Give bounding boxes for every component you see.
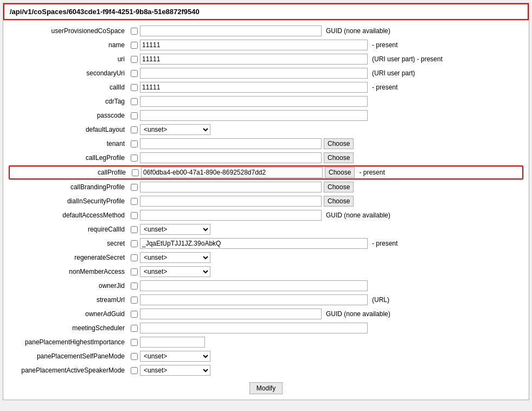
input-cell-requireCallId: <unset> <box>140 224 523 235</box>
input-panePlacementHighestImportance[interactable] <box>140 337 205 348</box>
input-cell-callId: - present <box>140 82 523 93</box>
checkbox-uri[interactable] <box>131 56 138 63</box>
checkbox-defaultLayout[interactable] <box>131 126 138 133</box>
checkbox-meetingScheduler[interactable] <box>131 325 138 332</box>
input-cell-name: - present <box>140 40 523 50</box>
input-tenant[interactable] <box>140 138 322 149</box>
input-userProvisionedCoSpace[interactable] <box>140 25 322 36</box>
select-regenerateSecret[interactable]: <unset> <box>140 252 210 263</box>
choose-button-callLegProfile[interactable]: Choose <box>324 152 354 163</box>
input-cell-secondaryUri: (URI user part) <box>140 68 523 79</box>
checkbox-secondaryUri[interactable] <box>131 70 138 77</box>
input-streamUrl[interactable] <box>140 294 368 305</box>
input-callId[interactable] <box>140 82 368 93</box>
input-passcode[interactable] <box>140 110 368 121</box>
checkbox-nonMemberAccess[interactable] <box>131 268 138 275</box>
label-name: name <box>9 41 128 49</box>
form-row-callProfile: callProfileChoose- present <box>9 165 523 179</box>
checkbox-callBrandingProfile[interactable] <box>131 184 138 191</box>
input-cell-nonMemberAccess: <unset> <box>140 266 523 277</box>
checkbox-regenerateSecret[interactable] <box>131 254 138 261</box>
suffix-userProvisionedCoSpace: GUID (none available) <box>326 27 390 35</box>
checkbox-cdrTag[interactable] <box>131 98 138 105</box>
checkbox-passcode[interactable] <box>131 112 138 119</box>
input-meetingScheduler[interactable] <box>140 323 368 333</box>
select-defaultLayout[interactable]: <unset> <box>140 124 210 135</box>
input-ownerJid[interactable] <box>140 280 368 291</box>
form-row-meetingScheduler: meetingScheduler <box>9 322 523 335</box>
form-row-uri: uri(URI user part) - present <box>9 53 523 66</box>
label-secret: secret <box>9 240 128 247</box>
url-bar: /api/v1/coSpaces/6043cde1-f9f4-4251-9b8a… <box>3 3 529 20</box>
checkbox-callId[interactable] <box>131 84 138 91</box>
checkbox-panePlacementSelfPaneMode[interactable] <box>131 353 138 360</box>
form-row-userProvisionedCoSpace: userProvisionedCoSpaceGUID (none availab… <box>9 24 523 37</box>
input-cell-defaultLayout: <unset> <box>140 124 523 135</box>
input-cell-uri: (URI user part) - present <box>140 54 523 65</box>
checkbox-panePlacementActiveSpeakerMode[interactable] <box>131 367 138 374</box>
form-row-defaultAccessMethod: defaultAccessMethodGUID (none available) <box>9 209 523 222</box>
choose-button-dialInSecurityProfile[interactable]: Choose <box>324 196 354 207</box>
input-callBrandingProfile[interactable] <box>140 182 322 192</box>
input-uri[interactable] <box>140 54 368 65</box>
checkbox-name[interactable] <box>131 42 138 49</box>
label-passcode: passcode <box>9 112 128 119</box>
select-panePlacementActiveSpeakerMode[interactable]: <unset> <box>140 365 210 376</box>
input-secret[interactable] <box>140 238 368 249</box>
checkbox-ownerAdGuid[interactable] <box>131 311 138 318</box>
choose-button-callBrandingProfile[interactable]: Choose <box>324 182 354 192</box>
label-defaultLayout: defaultLayout <box>9 126 128 133</box>
input-cell-streamUrl: (URL) <box>140 294 523 305</box>
checkbox-secret[interactable] <box>131 240 138 247</box>
input-cell-meetingScheduler <box>140 323 523 333</box>
form-row-cdrTag: cdrTag <box>9 95 523 108</box>
label-nonMemberAccess: nonMemberAccess <box>9 268 128 275</box>
input-defaultAccessMethod[interactable] <box>140 210 322 221</box>
form-row-streamUrl: streamUrl(URL) <box>9 293 523 306</box>
input-cell-secret: - present <box>140 238 523 249</box>
checkbox-callLegProfile[interactable] <box>131 155 138 162</box>
input-dialInSecurityProfile[interactable] <box>140 196 322 207</box>
input-cell-panePlacementActiveSpeakerMode: <unset> <box>140 365 523 376</box>
suffix-ownerAdGuid: GUID (none available) <box>326 310 390 318</box>
label-tenant: tenant <box>9 140 128 147</box>
label-callId: callId <box>9 84 128 91</box>
checkbox-callProfile[interactable] <box>132 169 139 176</box>
input-callLegProfile[interactable] <box>140 152 322 163</box>
suffix-callId: - present <box>372 84 398 91</box>
checkbox-streamUrl[interactable] <box>131 297 138 304</box>
label-panePlacementActiveSpeakerMode: panePlacementActiveSpeakerMode <box>9 367 128 374</box>
label-meetingScheduler: meetingScheduler <box>9 324 128 332</box>
select-requireCallId[interactable]: <unset> <box>140 224 210 235</box>
choose-button-tenant[interactable]: Choose <box>324 138 354 149</box>
checkbox-ownerJid[interactable] <box>131 282 138 290</box>
form-row-tenant: tenantChoose <box>9 137 523 150</box>
choose-button-callProfile[interactable]: Choose <box>325 167 355 178</box>
label-uri: uri <box>9 55 128 63</box>
label-callBrandingProfile: callBrandingProfile <box>9 183 128 191</box>
input-ownerAdGuid[interactable] <box>140 309 322 319</box>
select-nonMemberAccess[interactable]: <unset> <box>140 266 210 277</box>
suffix-secondaryUri: (URI user part) <box>372 69 415 77</box>
input-name[interactable] <box>140 40 368 50</box>
form-row-regenerateSecret: regenerateSecret<unset> <box>9 251 523 264</box>
checkbox-userProvisionedCoSpace[interactable] <box>131 28 138 35</box>
input-cell-passcode <box>140 110 523 121</box>
checkbox-dialInSecurityProfile[interactable] <box>131 198 138 205</box>
checkbox-tenant[interactable] <box>131 140 138 147</box>
input-secondaryUri[interactable] <box>140 68 368 79</box>
checkbox-requireCallId[interactable] <box>131 226 138 233</box>
input-cell-panePlacementHighestImportance <box>140 337 523 348</box>
input-cdrTag[interactable] <box>140 96 368 107</box>
input-callProfile[interactable] <box>141 167 323 178</box>
form-area: userProvisionedCoSpaceGUID (none availab… <box>3 20 529 400</box>
input-cell-callBrandingProfile: Choose <box>140 182 523 192</box>
form-row-callId: callId- present <box>9 81 523 94</box>
checkbox-defaultAccessMethod[interactable] <box>131 212 138 219</box>
label-callProfile: callProfile <box>10 169 129 176</box>
input-cell-panePlacementSelfPaneMode: <unset> <box>140 351 523 362</box>
label-panePlacementSelfPaneMode: panePlacementSelfPaneMode <box>9 352 128 360</box>
modify-button[interactable]: Modify <box>249 382 283 394</box>
checkbox-panePlacementHighestImportance[interactable] <box>131 339 138 346</box>
select-panePlacementSelfPaneMode[interactable]: <unset> <box>140 351 210 362</box>
